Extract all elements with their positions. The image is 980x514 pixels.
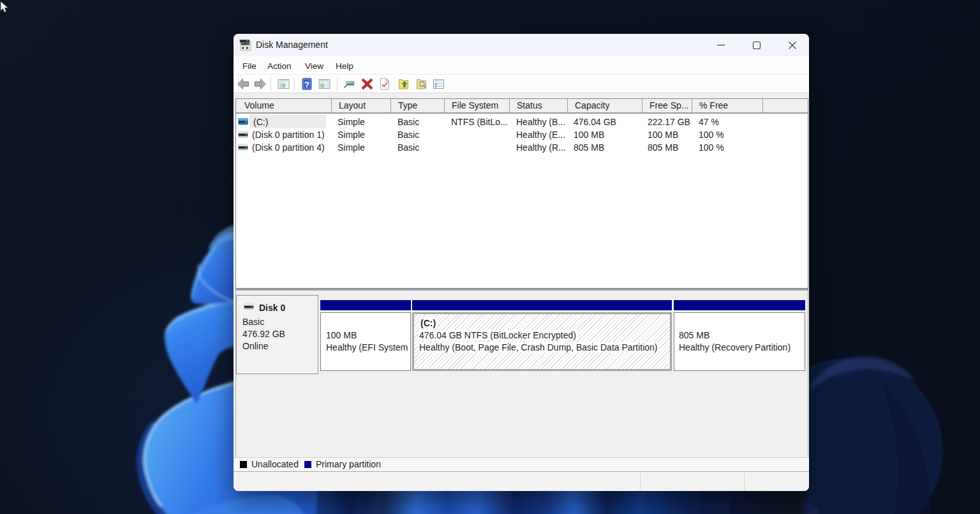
svg-text:?: ? (304, 80, 309, 89)
